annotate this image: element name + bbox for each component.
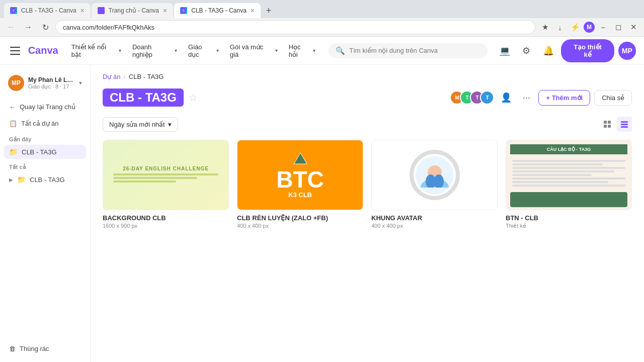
folder-title-area: CLB - TA3G ☆ bbox=[103, 88, 198, 107]
search-bar[interactable]: 🔍 bbox=[329, 43, 488, 58]
user-avatar[interactable]: MP bbox=[618, 42, 636, 60]
tab-3-title: CLB - TA3G - Canva bbox=[191, 7, 247, 14]
tab-1-close[interactable]: × bbox=[80, 7, 85, 15]
sidebar-user[interactable]: MP My Phan Lê Lê's Cl... Giáo dục · 8 · … bbox=[4, 71, 86, 95]
reload-button[interactable]: ↻ bbox=[38, 20, 52, 34]
design-meta-bg-clb: 1600 x 900 px bbox=[103, 223, 229, 229]
list-view-button[interactable] bbox=[617, 117, 632, 132]
svg-rect-6 bbox=[608, 121, 611, 124]
design-name-clb-ren-luyen: CLB RÈN LUYỆN (ZALO +FB) bbox=[237, 214, 363, 222]
design-thumb-bg-clb: 26-DAY ENGLISH CHALLENGE bbox=[103, 140, 229, 210]
view-toggle bbox=[600, 117, 632, 132]
search-input[interactable] bbox=[349, 47, 480, 54]
sort-dropdown[interactable]: Ngày sửa mới nhất ▾ bbox=[103, 117, 178, 132]
design-card-clb-ren-luyen[interactable]: BTC K3 CLB CLB RÈN LUYỆN (ZALO +FB) 400 … bbox=[237, 140, 363, 229]
close-browser-icon[interactable]: ✕ bbox=[627, 21, 640, 34]
trash-icon: 🗑 bbox=[9, 345, 16, 352]
tab-2-close[interactable]: × bbox=[163, 7, 167, 15]
notification-icon[interactable]: 🔔 bbox=[539, 42, 557, 60]
extensions-icon[interactable]: ⚡ bbox=[569, 21, 582, 34]
monitor-icon[interactable]: 💻 bbox=[496, 42, 513, 60]
design-thumb-clb-ren-luyen: BTC K3 CLB bbox=[237, 140, 363, 210]
add-new-button[interactable]: + Thêm mới bbox=[538, 90, 590, 106]
settings-icon[interactable]: ⚙ bbox=[518, 42, 535, 60]
sidebar-item-clb-ta3g-recent[interactable]: 📁 CLB - TA3G bbox=[4, 145, 86, 159]
expand-icon: ▶ bbox=[9, 177, 13, 183]
sort-bar: Ngày sửa mới nhất ▾ bbox=[103, 117, 632, 132]
forward-button[interactable]: → bbox=[21, 20, 35, 34]
svg-marker-12 bbox=[294, 153, 307, 164]
sidebar-item-clb-ta3g-all[interactable]: ▶ 📁 CLB - TA3G bbox=[4, 172, 86, 187]
folder-members: M T T T bbox=[450, 90, 494, 105]
create-design-button[interactable]: Tạo thiết kế bbox=[561, 39, 614, 62]
nav-link-thiet-ke[interactable]: Thiết kế nổi bật ▾ bbox=[66, 40, 126, 61]
minimize-icon[interactable]: − bbox=[597, 21, 610, 34]
sidebar-user-sub: Giáo dục · 8 · 17 bbox=[28, 83, 75, 90]
person-add-icon[interactable]: 👤 bbox=[498, 89, 514, 106]
folder-icon: 📁 bbox=[17, 175, 26, 184]
tab-1-favicon: C bbox=[10, 7, 17, 14]
chevron-down-icon: ▾ bbox=[175, 48, 177, 53]
design-card-khung-avatar[interactable]: KHUNG AVATAR 400 x 400 px bbox=[371, 140, 498, 229]
nav-link-goi-gia[interactable]: Gói và mức giá ▾ bbox=[225, 40, 283, 61]
hamburger-menu[interactable] bbox=[8, 43, 24, 59]
address-bar: ← → ↻ canva.com/folder/FAFfkQkhAks ★ ↓ ⚡… bbox=[0, 18, 644, 36]
address-input[interactable]: canva.com/folder/FAFfkQkhAks bbox=[55, 20, 535, 34]
back-button[interactable]: ← bbox=[4, 20, 18, 34]
nav-right: 💻 ⚙ 🔔 Tạo thiết kế MP bbox=[496, 39, 636, 62]
breadcrumb-separator: › bbox=[123, 73, 125, 80]
download-icon[interactable]: ↓ bbox=[553, 21, 567, 34]
folder-actions: M T T T 👤 ··· + Thêm mới Chia sẻ bbox=[450, 89, 632, 106]
content-area: Dự án › CLB - TA3G CLB - TA3G ☆ M T T T bbox=[91, 65, 644, 362]
design-meta-khung-avatar: 400 x 400 px bbox=[371, 223, 498, 229]
design-meta-clb-ren-luyen: 400 x 400 px bbox=[237, 223, 363, 229]
design-card-bg-clb[interactable]: 26-DAY ENGLISH CHALLENGE BACKGROUND CLB … bbox=[103, 140, 229, 229]
back-icon: ← bbox=[9, 103, 16, 111]
tab-3-favicon: C bbox=[180, 7, 187, 14]
sidebar-item-all-projects[interactable]: 📋 Tất cả dự án bbox=[4, 116, 86, 131]
sidebar-section-all: Tất cả bbox=[4, 160, 86, 172]
folder-header: CLB - TA3G ☆ M T T T 👤 ··· + Thêm mới Ch… bbox=[103, 88, 632, 107]
nav-link-doanh-nghiep[interactable]: Doanh nghiệp ▾ bbox=[127, 40, 182, 61]
breadcrumb: Dự án › CLB - TA3G bbox=[103, 73, 632, 80]
design-name-khung-avatar: KHUNG AVATAR bbox=[371, 214, 498, 222]
nav-link-hoc-hoi[interactable]: Học hỏi ▾ bbox=[284, 40, 321, 61]
nav-links: Thiết kế nổi bật ▾ Doanh nghiệp ▾ Giáo d… bbox=[66, 40, 321, 61]
svg-text:C: C bbox=[183, 9, 185, 12]
more-options-icon[interactable]: ··· bbox=[518, 89, 534, 106]
sidebar-item-trash[interactable]: 🗑 Thùng rác bbox=[4, 341, 86, 356]
sidebar: MP My Phan Lê Lê's Cl... Giáo dục · 8 · … bbox=[0, 65, 91, 362]
grid-view-button[interactable] bbox=[600, 117, 615, 132]
canva-logo[interactable]: Canva bbox=[28, 45, 58, 56]
top-navigation: Canva Thiết kế nổi bật ▾ Doanh nghiệp ▾ … bbox=[0, 37, 644, 65]
folder-title[interactable]: CLB - TA3G bbox=[103, 88, 184, 107]
sidebar-user-name: My Phan Lê Lê's Cl... bbox=[28, 76, 75, 83]
projects-icon: 📋 bbox=[9, 120, 17, 127]
design-grid: 26-DAY ENGLISH CHALLENGE BACKGROUND CLB … bbox=[103, 140, 632, 229]
svg-point-2 bbox=[99, 8, 104, 13]
design-thumb-khung-avatar bbox=[371, 140, 498, 210]
bookmark-icon[interactable]: ★ bbox=[538, 21, 551, 34]
tab-1-title: CLB - TA3G - Canva bbox=[21, 7, 76, 14]
new-tab-button[interactable]: + bbox=[262, 4, 276, 18]
design-card-btn-clb[interactable]: CÂU LẠC BỘ - TA3G BT bbox=[506, 140, 632, 229]
profile-icon[interactable]: M bbox=[584, 22, 595, 33]
tab-2[interactable]: Trang chủ - Canva × bbox=[92, 3, 173, 18]
breadcrumb-current: CLB - TA3G bbox=[129, 73, 164, 80]
sidebar-avatar: MP bbox=[8, 75, 24, 91]
tab-3-close[interactable]: × bbox=[251, 7, 255, 15]
tab-1[interactable]: C CLB - TA3G - Canva × bbox=[4, 3, 91, 18]
star-icon[interactable]: ☆ bbox=[189, 92, 198, 104]
svg-rect-5 bbox=[604, 121, 607, 124]
nav-link-giao-duc[interactable]: Giáo dục ▾ bbox=[183, 40, 224, 61]
share-button[interactable]: Chia sẻ bbox=[594, 90, 632, 106]
tab-3[interactable]: C CLB - TA3G - Canva × bbox=[174, 3, 261, 18]
chevron-down-icon: ▾ bbox=[168, 121, 172, 128]
svg-rect-7 bbox=[604, 125, 607, 128]
browser-actions: ★ ↓ ⚡ M − ◻ ✕ bbox=[538, 21, 640, 34]
chevron-down-icon: ▾ bbox=[216, 48, 219, 53]
maximize-icon[interactable]: ◻ bbox=[612, 21, 625, 34]
design-meta-btn-clb: Thiết kế bbox=[506, 223, 632, 229]
sidebar-item-back[interactable]: ← Quay lại Trang chủ bbox=[4, 99, 86, 115]
breadcrumb-project[interactable]: Dự án bbox=[103, 73, 120, 80]
